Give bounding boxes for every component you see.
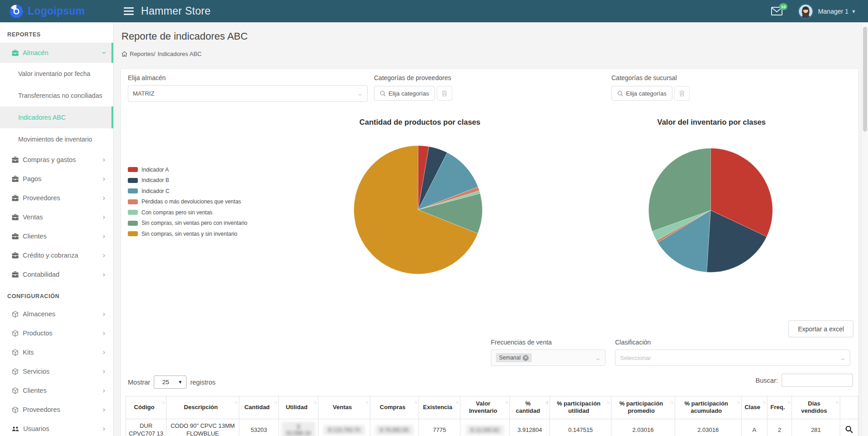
sidebar-subitem-transferencias[interactable]: Transferencias no conciliadas — [0, 85, 113, 106]
frecuencias-select[interactable]: Semanal ✕ ⌄ — [491, 350, 606, 366]
proveedores-categorias-button[interactable]: Elija categorías — [374, 86, 435, 101]
briefcase-icon — [12, 195, 19, 201]
abc-indicators-table: Código↑↓ Descripción↑↓ Cantidad↑↓ Utilid… — [126, 396, 858, 436]
avatar[interactable] — [798, 4, 813, 19]
breadcrumb-reportes-link[interactable]: Reportes/ — [130, 51, 155, 57]
col-header-descripcion[interactable]: Descripción↑↓ — [167, 396, 239, 419]
remove-chip-icon[interactable]: ✕ — [523, 355, 529, 361]
col-header-codigo[interactable]: Código↑↓ — [126, 396, 167, 419]
page-scrollbar[interactable] — [861, 22, 868, 436]
sidebar-item-ventas[interactable]: Ventas› — [0, 208, 113, 227]
col-header-pct-cantidad[interactable]: % cantidad↑↓ — [510, 396, 550, 419]
col-header-valor-inventario[interactable]: Valor Inventario↑↓ — [460, 396, 510, 419]
sidebar-subitem-valor-inventario[interactable]: Valor inventario por fecha — [0, 63, 113, 85]
sort-icon: ↑↓ — [737, 400, 739, 406]
col-header-pct-utilidad[interactable]: % participación utilidad↑↓ — [550, 396, 611, 419]
cell-cantidad: 53203 — [239, 419, 279, 436]
col-header-existencia[interactable]: Existencia↑↓ — [419, 396, 460, 419]
sort-desc-icon: ↑↓ — [545, 400, 548, 406]
chevron-right-icon: › — [103, 387, 105, 394]
legend-swatch — [128, 210, 138, 215]
clasificacion-select[interactable]: Seleccionar ⌄ — [615, 350, 850, 366]
briefcase-icon — [12, 214, 19, 220]
logo-text: Logoipsum — [28, 5, 85, 17]
mail-button[interactable]: 10 — [771, 7, 782, 15]
sort-icon: ↑↓ — [505, 400, 508, 406]
users-icon — [12, 426, 19, 432]
breadcrumb: Reportes/ Indicadores ABC — [121, 51, 202, 57]
col-header-compras[interactable]: Compras↑↓ — [370, 396, 419, 419]
briefcase-icon — [12, 50, 19, 56]
scrollbar-thumb[interactable] — [863, 27, 867, 132]
sort-icon: ↑↓ — [762, 400, 765, 406]
chevron-down-icon: ⌄ — [357, 90, 363, 97]
table-header-row: Código↑↓ Descripción↑↓ Cantidad↑↓ Utilid… — [126, 396, 858, 419]
sidebar-item-almacen[interactable]: Almacén › — [0, 43, 113, 63]
legend-item: Indicador C — [128, 186, 247, 197]
chevron-down-icon: ⌄ — [595, 355, 601, 361]
col-header-freq[interactable]: Freq.↑↓ — [767, 396, 792, 419]
sucursal-clear-button[interactable] — [674, 86, 690, 101]
chevron-down-icon: ⌄ — [839, 355, 846, 361]
sidebar-item-kits[interactable]: Kits› — [0, 343, 113, 362]
sidebar-item-servicios[interactable]: Servicios› — [0, 362, 113, 381]
menu-toggle-icon[interactable] — [124, 7, 134, 15]
col-header-pct-acumulado[interactable]: % participación acumulado↑↓ — [675, 396, 742, 419]
buscar-label: Buscar: — [756, 377, 778, 384]
cell-codigo: DUR CPVC707 13 — [126, 419, 167, 436]
briefcase-icon — [12, 233, 19, 239]
sort-icon: ↑↓ — [670, 400, 673, 406]
sort-icon: ↑↓ — [274, 400, 277, 406]
sucursal-categorias-button[interactable]: Elija categorías — [611, 86, 672, 101]
sidebar-item-credito-y-cobranza[interactable]: Crédito y cobranza› — [0, 246, 113, 265]
search-icon — [617, 91, 623, 96]
legend-swatch — [128, 231, 138, 236]
sidebar-subitem-movimientos[interactable]: Movimientos de inventario — [0, 128, 113, 150]
legend-item: Pérdidas o más devoluciones que ventas — [128, 197, 247, 208]
sidebar-subitem-indicadores-abc[interactable]: Indicadores ABC — [0, 106, 113, 128]
col-header-cantidad[interactable]: Cantidad↑↓ — [239, 396, 279, 419]
col-header-utilidad[interactable]: Utilidad↑↓ — [279, 396, 318, 419]
page-size-control: Mostrar 25▼ registros — [128, 375, 216, 389]
almacen-filter-label: Elija almacén — [128, 74, 166, 81]
sidebar-item-proveedores[interactable]: Proveedores› — [0, 188, 113, 208]
col-header-clase[interactable]: Clase↑↓ — [742, 396, 767, 419]
search-input[interactable] — [782, 374, 853, 387]
legend-swatch — [128, 199, 138, 204]
sidebar-item-contabilidad[interactable]: Contabilidad› — [0, 265, 113, 284]
sidebar-item-almacenes-config[interactable]: Almacenes› — [0, 304, 113, 324]
col-header-pct-promedio[interactable]: % participación promedio↑↓ — [611, 396, 675, 419]
cube-icon — [12, 406, 19, 413]
sort-icon: ↑↓ — [835, 400, 838, 406]
sidebar-item-usuarios[interactable]: Usuarios› — [0, 419, 113, 436]
almacen-select[interactable]: MATRIZ ⌄ — [128, 85, 368, 102]
sidebar-item-compras-y-gastos[interactable]: Compras y gastos› — [0, 150, 113, 169]
sort-icon: ↑↓ — [161, 400, 164, 406]
chevron-right-icon: › — [103, 156, 105, 163]
legend-item: Con compras pero sin ventas — [128, 207, 247, 218]
col-header-dias-vendidos[interactable]: Días vendidos↑↓ — [792, 396, 840, 419]
proveedores-clear-button[interactable] — [437, 86, 452, 101]
sidebar-item-pagos[interactable]: Pagos› — [0, 169, 113, 188]
search-control: Buscar: — [756, 374, 853, 387]
registros-label: registros — [190, 379, 216, 386]
legend-swatch — [128, 167, 138, 172]
user-menu[interactable]: Manager 1 — [818, 8, 848, 15]
row-detail-magnifier-icon[interactable] — [845, 426, 853, 433]
user-menu-caret-icon[interactable]: ▼ — [851, 9, 856, 14]
cell-dias-vendidos: 281 — [792, 419, 840, 436]
frecuencias-label: Frecuencias de venta — [491, 339, 552, 346]
sidebar-item-productos[interactable]: Productos› — [0, 324, 113, 343]
col-header-ventas[interactable]: Ventas↑↓ — [318, 396, 370, 419]
search-icon — [380, 91, 386, 96]
chevron-right-icon: › — [103, 194, 105, 202]
page-size-select[interactable]: 25▼ — [154, 375, 187, 389]
chevron-right-icon: › — [103, 175, 105, 183]
export-excel-button[interactable]: Exportar a excel — [788, 320, 853, 337]
sidebar-item-proveedores-config[interactable]: Proveedores› — [0, 400, 113, 419]
chevron-right-icon: › — [103, 233, 105, 240]
frecuencia-chip: Semanal ✕ — [496, 353, 532, 362]
sidebar-item-clientes-config[interactable]: Clientes› — [0, 381, 113, 400]
logo[interactable]: Logoipsum — [0, 0, 114, 22]
sidebar-item-clientes[interactable]: Clientes› — [0, 227, 113, 246]
